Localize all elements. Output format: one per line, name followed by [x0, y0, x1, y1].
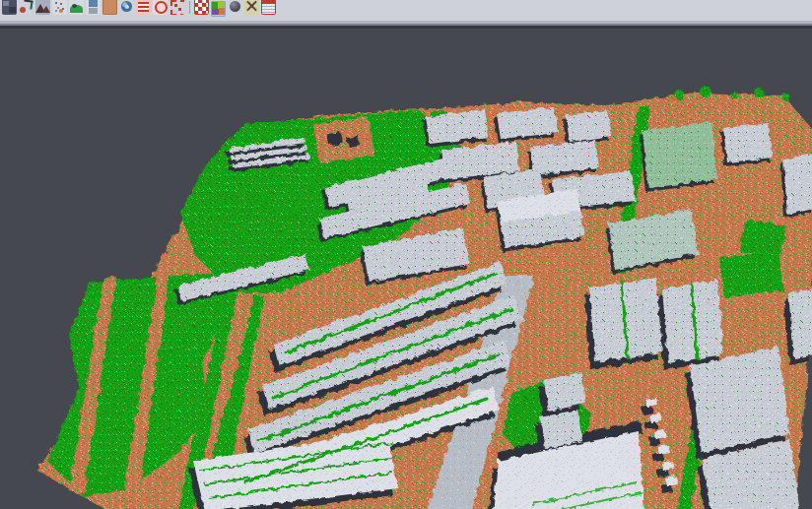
registration-icon[interactable]	[19, 0, 34, 15]
globe-icon[interactable]	[119, 0, 134, 15]
classification-palette-icon[interactable]	[211, 1, 226, 17]
point-cloud-scene	[37, 86, 812, 509]
scatter-points-icon[interactable]	[52, 0, 67, 15]
toolbar-separator	[189, 1, 190, 14]
preview-thumbnail-icon[interactable]	[2, 0, 17, 15]
3d-viewport[interactable]	[0, 29, 812, 509]
point-cloud-render	[0, 29, 812, 509]
checkerboard-icon[interactable]	[194, 0, 209, 15]
mountains-icon[interactable]	[35, 0, 50, 15]
sphere-icon[interactable]	[228, 0, 242, 15]
terrain-icon[interactable]	[69, 0, 84, 15]
profile-flag-icon[interactable]	[86, 0, 101, 15]
extent-selection-icon[interactable]	[169, 0, 184, 15]
red-list-icon[interactable]	[136, 0, 151, 15]
cross-marks-icon[interactable]	[244, 0, 259, 15]
circle-selection-icon[interactable]	[153, 0, 168, 15]
main-toolbar	[0, 0, 812, 21]
table-icon[interactable]	[261, 0, 276, 15]
orange-swatch-icon[interactable]	[102, 0, 117, 15]
application-window	[0, 0, 812, 509]
mossy-roof-overlay	[643, 122, 717, 188]
toolbar-bottom-edge	[0, 21, 812, 29]
